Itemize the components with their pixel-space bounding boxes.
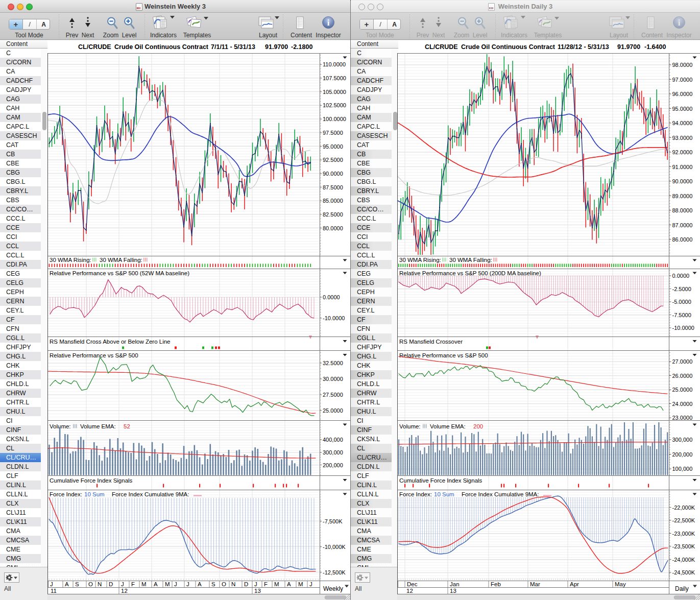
svg-text:-2.5000: -2.5000 [672, 286, 691, 292]
svg-text:89.0000: 89.0000 [672, 193, 693, 199]
svg-text:300,000: 300,000 [672, 437, 693, 443]
svg-text:Relative Performance vs S&P 50: Relative Performance vs S&P 500 [50, 352, 138, 358]
svg-text:Relative Performance vs S&P 50: Relative Performance vs S&P 500 (200D MA… [399, 270, 541, 276]
svg-text:-10.0000: -10.0000 [323, 315, 345, 321]
svg-text:N: N [98, 581, 102, 587]
svg-text:98.0000: 98.0000 [672, 62, 693, 68]
svg-text:Weekly: Weekly [323, 585, 343, 592]
svg-text:J: J [121, 581, 124, 587]
svg-text:30 WMA Falling:: 30 WMA Falling: [449, 257, 492, 263]
svg-text:105.0000: 105.0000 [323, 89, 346, 95]
svg-text:i: i [327, 18, 330, 28]
svg-text:96.0000: 96.0000 [672, 91, 693, 97]
svg-text:Relative Performance vs S&P 50: Relative Performance vs S&P 500 [399, 352, 488, 358]
svg-text:200,000: 200,000 [323, 462, 343, 468]
svg-text:10 Sum: 10 Sum [84, 491, 105, 497]
svg-text:Dec: Dec [407, 581, 418, 587]
svg-text:97.5000: 97.5000 [323, 130, 343, 136]
svg-text:-24,000K: -24,000K [672, 557, 695, 563]
svg-text:RS Mansfield Cross Above or Be: RS Mansfield Cross Above or Below Zero L… [50, 339, 171, 345]
svg-text:25.0000: 25.0000 [323, 407, 343, 414]
svg-text:M: M [141, 581, 147, 587]
svg-text:93.0000: 93.0000 [672, 135, 693, 141]
svg-text:13: 13 [450, 588, 456, 594]
svg-text:S: S [211, 581, 215, 587]
svg-text:Force Index Cumulative 9MA:: Force Index Cumulative 9MA: [462, 491, 539, 497]
svg-text:400,000: 400,000 [323, 437, 343, 443]
svg-text:Force Index:: Force Index: [399, 491, 432, 497]
svg-text:Volume EMA:: Volume EMA: [80, 423, 116, 429]
svg-text:F: F [131, 581, 135, 587]
svg-text:92.5000: 92.5000 [323, 157, 343, 163]
svg-text:90.0000: 90.0000 [323, 171, 343, 177]
svg-text:30 WMA Rising:: 30 WMA Rising: [50, 257, 91, 263]
svg-text:-10.0000: -10.0000 [672, 325, 694, 331]
svg-text:24.0000: 24.0000 [672, 401, 693, 407]
svg-text:D: D [244, 581, 248, 587]
svg-text:-23,500K: -23,500K [672, 543, 695, 549]
svg-text:J: J [174, 581, 177, 587]
svg-text:87.0000: 87.0000 [672, 222, 693, 228]
svg-text:A: A [65, 581, 69, 587]
svg-text:Force Index:: Force Index: [50, 491, 82, 497]
svg-text:95.0000: 95.0000 [323, 143, 343, 150]
svg-text:Volume EMA:: Volume EMA: [430, 423, 466, 429]
svg-text:O: O [222, 581, 226, 587]
svg-text:100.0000: 100.0000 [323, 116, 346, 122]
svg-text:30 WMA Rising:: 30 WMA Rising: [399, 257, 441, 263]
svg-text:102.5000: 102.5000 [323, 102, 346, 108]
svg-text:i: i [678, 18, 681, 28]
svg-text:110.0000: 110.0000 [323, 61, 346, 67]
svg-text:M: M [274, 581, 279, 587]
svg-text:J: J [186, 581, 189, 587]
svg-text:95.0000: 95.0000 [672, 106, 693, 112]
svg-text:-24,500K: -24,500K [672, 569, 695, 575]
svg-text:100,000: 100,000 [672, 466, 693, 472]
svg-text:94.0000: 94.0000 [672, 120, 693, 126]
svg-text:27.0000: 27.0000 [672, 358, 693, 365]
svg-text:-23,000K: -23,000K [672, 531, 695, 537]
svg-text:30.0000: 30.0000 [323, 376, 343, 382]
svg-text:F: F [264, 581, 268, 587]
svg-text:Cumulative Force Index Signals: Cumulative Force Index Signals [50, 477, 133, 484]
svg-text:12: 12 [121, 588, 128, 594]
svg-text:25.0000: 25.0000 [672, 387, 693, 393]
svg-text:80.0000: 80.0000 [323, 225, 343, 231]
svg-text:May: May [615, 581, 626, 587]
svg-text:D: D [109, 581, 113, 587]
svg-text:RS Mansfield Crossover: RS Mansfield Crossover [399, 339, 463, 345]
svg-text:Daily: Daily [675, 585, 689, 592]
svg-text:M: M [298, 581, 303, 587]
svg-text:26.0000: 26.0000 [672, 373, 693, 379]
svg-text:J: J [309, 581, 312, 587]
svg-text:A: A [287, 581, 291, 587]
svg-text:13: 13 [254, 588, 261, 594]
svg-text:88.0000: 88.0000 [672, 207, 693, 213]
svg-text:Apr: Apr [570, 581, 579, 587]
svg-text:200,000: 200,000 [672, 451, 693, 458]
svg-text:Relative Performance vs S&P 50: Relative Performance vs S&P 500 (52W MA … [50, 270, 189, 276]
svg-text:27.5000: 27.5000 [323, 392, 343, 398]
svg-text:-22,000K: -22,000K [672, 505, 695, 511]
svg-text:12: 12 [406, 588, 413, 594]
svg-text:92.0000: 92.0000 [672, 149, 693, 155]
svg-text:N: N [231, 581, 235, 587]
svg-text:86.0000: 86.0000 [672, 236, 693, 243]
svg-text:87.5000: 87.5000 [323, 184, 343, 190]
svg-text:J: J [254, 581, 257, 587]
svg-text:10 Sum: 10 Sum [434, 491, 454, 497]
svg-text:0.0000: 0.0000 [323, 294, 340, 300]
svg-text:-10,000K: -10,000K [323, 544, 346, 550]
svg-text:Cumulative Force Index Signals: Cumulative Force Index Signals [399, 477, 482, 484]
svg-text:32.5000: 32.5000 [323, 360, 343, 366]
svg-text:97.0000: 97.0000 [672, 77, 693, 83]
svg-text:85.0000: 85.0000 [323, 198, 343, 204]
svg-text:A: A [198, 581, 202, 587]
svg-text:A: A [154, 581, 158, 587]
svg-text:-12,500K: -12,500K [323, 569, 346, 575]
svg-text:M: M [165, 581, 170, 587]
svg-text:200: 200 [473, 423, 483, 429]
svg-text:Volume:: Volume: [399, 423, 421, 429]
svg-text:90.0000: 90.0000 [672, 178, 693, 184]
svg-text:Mar: Mar [530, 581, 540, 587]
